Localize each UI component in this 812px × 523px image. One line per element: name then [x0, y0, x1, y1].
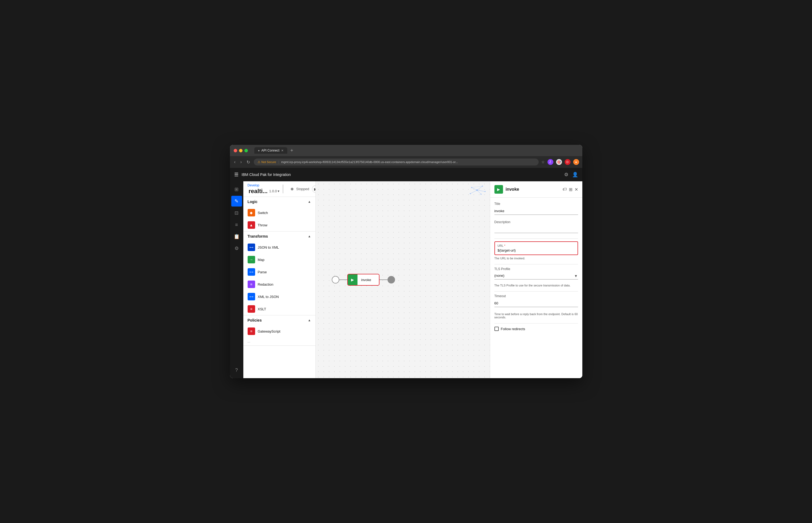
sidebar-item-settings[interactable]: ⚙	[231, 243, 242, 254]
warning-icon: ⚠	[258, 160, 261, 164]
logic-section: Logic ▲ ◆ Switch ▲ Throw	[243, 197, 316, 232]
sidebar-item-help[interactable]: ?	[231, 365, 242, 376]
profile-icon[interactable]: Z	[547, 159, 553, 165]
maximize-dot[interactable]	[244, 149, 248, 152]
security-indicator: ⚠ Not Secure	[258, 160, 276, 164]
xml-to-json-item[interactable]: ⟷ XML to JSON	[243, 290, 316, 303]
icon-sidebar: ⊞ ✎ ⊟ ≡ 📋 ⚙ ?	[230, 181, 243, 378]
chevron-down-icon: ▾	[278, 189, 280, 193]
map-item[interactable]: → Map	[243, 253, 316, 266]
parse-label: Parse	[258, 270, 267, 274]
logic-section-header[interactable]: Logic ▲	[243, 197, 316, 206]
right-panel-body: Title Description URL * $(target-url) Th…	[490, 198, 582, 378]
description-field-group: Description	[494, 220, 578, 233]
tls-label: TLS Profile	[494, 267, 578, 271]
panel-sections: Logic ▲ ◆ Switch ▲ Throw Transform	[243, 197, 316, 378]
url-field-box: URL * $(target-url)	[494, 241, 578, 255]
hamburger-menu[interactable]: ☰	[234, 172, 239, 178]
json-to-xml-item[interactable]: ⟷ JSON to XML	[243, 241, 316, 253]
flow-start-node	[332, 276, 339, 284]
invoke-panel-title: invoke	[506, 187, 560, 192]
settings-icon[interactable]: ⚙	[564, 172, 568, 178]
forward-button[interactable]: ›	[239, 159, 243, 165]
profile-icon-2[interactable]: ●	[573, 159, 579, 165]
json-to-xml-label: JSON to XML	[258, 246, 279, 249]
logic-label: Logic	[248, 200, 258, 204]
minimize-dot[interactable]	[239, 149, 243, 152]
policies-section: Policies ▲ ≡ GatewayScript ...	[243, 315, 316, 346]
flow-container: ▶ invoke	[332, 274, 395, 286]
title-field-input[interactable]	[494, 207, 578, 215]
sidebar-item-publish[interactable]: 📋	[231, 231, 242, 242]
appbar: ☰ IBM Cloud Pak for Integration ⚙ 👤	[230, 168, 582, 181]
switch-item[interactable]: ◆ Switch	[243, 206, 316, 219]
url-hint: The URL to be invoked.	[494, 257, 578, 260]
address-input[interactable]: ⚠ Not Secure | mgmt.icp-proxy.icp4i-work…	[254, 159, 539, 165]
throw-item[interactable]: ▲ Throw	[243, 219, 316, 231]
sidebar-item-layers[interactable]: ⊟	[231, 208, 242, 218]
sidebar-item-network[interactable]: ⊞	[231, 184, 242, 195]
xslt-item[interactable]: ≡ XSLT	[243, 303, 316, 315]
timeout-field-group: Timeout 60	[494, 294, 578, 307]
json-to-xml-icon: ⟷	[248, 244, 255, 251]
tls-select[interactable]: (none)	[494, 272, 578, 279]
policies-chevron-icon: ▲	[308, 318, 311, 322]
parse-icon: ⟷	[248, 268, 255, 276]
user-icon[interactable]: D	[565, 159, 570, 165]
canvas-area[interactable]: ▶ invoke	[316, 181, 490, 378]
policies-section-header[interactable]: Policies ▲	[243, 315, 316, 325]
invoke-node-label: invoke	[358, 278, 375, 282]
parse-item[interactable]: ⟷ Parse	[243, 266, 316, 278]
window-controls	[234, 149, 248, 152]
play-button[interactable]: ▶	[312, 185, 316, 193]
follow-redirects-label: Follow redirects	[501, 327, 525, 331]
timeout-label: Timeout	[494, 294, 578, 298]
xslt-icon: ≡	[248, 305, 255, 313]
gatewayscript-label: GatewayScript	[258, 329, 281, 333]
app-title: IBM Cloud Pak for Integration	[242, 173, 291, 177]
redaction-item[interactable]: ≡ Redaction	[243, 278, 316, 290]
switch-icon: ◆	[248, 209, 255, 216]
tab-bar: ● API Connect ✕	[254, 147, 287, 154]
tag-icon[interactable]: 🏷	[563, 187, 567, 192]
url-field-value[interactable]: $(target-url)	[498, 248, 575, 252]
map-icon: →	[248, 256, 255, 264]
sidebar-item-stack[interactable]: ≡	[231, 219, 242, 230]
appbar-right: ⚙ 👤	[564, 172, 578, 178]
close-dot[interactable]	[234, 149, 237, 152]
extension-icon[interactable]: 🎯	[556, 159, 562, 165]
redaction-icon: ≡	[248, 281, 255, 288]
reload-button[interactable]: ↻	[245, 159, 251, 166]
sidebar-item-design[interactable]: ✎	[231, 196, 242, 206]
api-name: realti...	[249, 188, 268, 195]
throw-icon: ▲	[248, 221, 255, 229]
new-tab-button[interactable]: +	[290, 148, 294, 154]
status-text: Stopped	[296, 187, 309, 191]
timeout-value: 60	[494, 300, 578, 307]
back-button[interactable]: ‹	[233, 159, 237, 165]
active-tab[interactable]: ● API Connect ✕	[254, 147, 287, 154]
logic-chevron-icon: ▲	[308, 200, 311, 203]
version-selector[interactable]: 1.0.0 ▾	[269, 189, 280, 193]
follow-redirects-checkbox[interactable]	[494, 327, 499, 331]
component-panel: Develop realti... 1.0.0 ▾ Design Source …	[243, 181, 316, 378]
xml-to-json-label: XML to JSON	[258, 295, 279, 299]
description-field-input[interactable]	[494, 226, 578, 233]
gatewayscript-item[interactable]: ≡ GatewayScript	[243, 325, 316, 337]
user-account-icon[interactable]: 👤	[572, 172, 578, 178]
tab-design[interactable]: Design	[283, 185, 283, 193]
flow-line-2	[379, 279, 388, 280]
timeout-hint: Time to wait before a reply back from th…	[494, 312, 578, 319]
add-icon[interactable]: ⊞	[569, 187, 572, 192]
throw-label: Throw	[258, 223, 267, 227]
bookmark-icon[interactable]: ☆	[541, 160, 545, 164]
close-panel-button[interactable]: ✕	[574, 187, 578, 192]
transforms-section-header[interactable]: Transforms ▲	[243, 232, 316, 241]
develop-link[interactable]: Develop	[248, 183, 280, 187]
main-layout: ⊞ ✎ ⊟ ≡ 📋 ⚙ ? Develop realti... 1.0.0 ▾	[230, 181, 582, 378]
browser-actions: ☆ Z 🎯 D ●	[541, 159, 579, 165]
tab-close-button[interactable]: ✕	[281, 149, 284, 152]
gatewayscript-icon: ≡	[248, 327, 255, 335]
invoke-node[interactable]: ▶ invoke	[347, 274, 379, 286]
tls-profile-group: TLS Profile (none)	[494, 267, 578, 279]
